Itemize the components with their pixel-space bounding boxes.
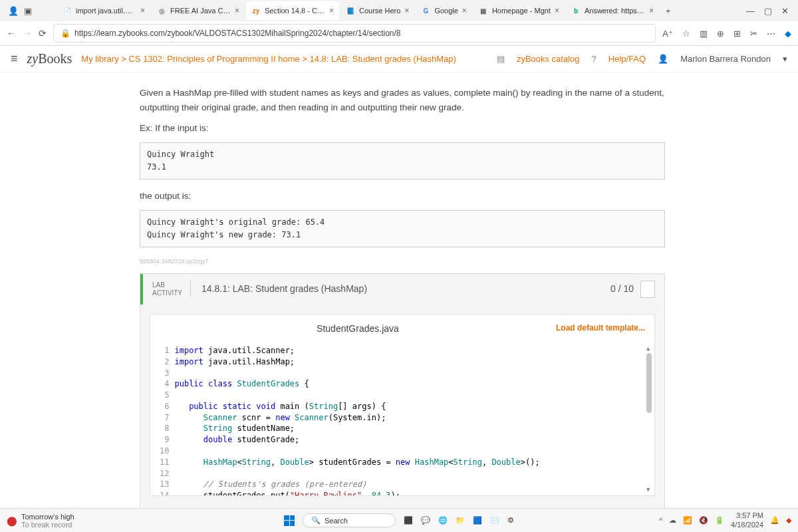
minimize-icon[interactable]: — (746, 6, 755, 16)
lab-score: 0 / 10 (610, 281, 655, 298)
lab-title: 14.8.1: LAB: Student grades (HashMap) (201, 281, 367, 296)
problem-para1: Given a HashMap pre-filled with student … (140, 86, 665, 114)
workspaces-icon[interactable]: ▣ (24, 6, 32, 16)
back-button[interactable]: ← (7, 28, 16, 39)
close-window-icon[interactable]: ✕ (781, 6, 789, 16)
notifications-icon[interactable]: 🔔 (770, 516, 779, 525)
tab-2[interactable]: ◎FREE AI Java Code× (152, 1, 245, 20)
tab-1[interactable]: 📄import java.util.Scan× (57, 1, 150, 20)
tab-6[interactable]: ▦Homepage - Mgnt× (473, 1, 565, 20)
help-icon: ? (592, 54, 597, 64)
zy-right: ▤ zyBooks catalog ? Help/FAQ 👤 Marlon Ba… (497, 54, 787, 64)
tab-7[interactable]: bAnswered: https://le× (566, 1, 659, 20)
close-icon[interactable]: × (235, 6, 239, 15)
maximize-icon[interactable]: ▢ (764, 6, 772, 16)
tab-4[interactable]: 📘Course Hero× (340, 1, 414, 20)
copilot-icon[interactable]: ◆ (785, 29, 791, 39)
user-name[interactable]: Marlon Barrera Rondon (680, 54, 771, 64)
tab-3-active[interactable]: zySection 14.8 - CS 13× (246, 1, 339, 20)
taskbar-search[interactable]: 🔍 Search (303, 513, 396, 527)
scroll-up-icon[interactable]: ▲ (646, 344, 650, 353)
favicon-b: b (571, 6, 581, 15)
tray-battery-icon[interactable]: 🔋 (715, 516, 724, 525)
favicon-g: G (421, 6, 430, 15)
favicon-zy: zy (251, 6, 261, 15)
tab-title: FREE AI Java Code (170, 7, 231, 15)
split-icon[interactable]: ▥ (700, 29, 708, 39)
help-link[interactable]: Help/FAQ (608, 54, 646, 64)
refresh-button[interactable]: ⟳ (39, 28, 47, 39)
code-text[interactable]: import java.util.Scanner; import java.ut… (174, 342, 654, 495)
favicon-4: 📘 (346, 6, 355, 15)
search-placeholder: Search (325, 517, 348, 525)
copilot-tray-icon[interactable]: ◆ (786, 516, 791, 525)
date-text: 4/18/2024 (731, 521, 763, 529)
menu-icon[interactable]: ≡ (11, 52, 18, 66)
content-id: 555804.3482728.qx3zqy7 (140, 257, 665, 266)
weather-widget[interactable]: ⬤ Tomorrow's high To break record (7, 513, 74, 529)
more-icon[interactable]: ⋯ (767, 29, 775, 39)
catalog-icon: ▤ (497, 54, 505, 64)
editor-head: StudentGrades.java Load default template… (150, 315, 654, 342)
close-icon[interactable]: × (555, 6, 559, 15)
content: Given a HashMap pre-filled with student … (0, 72, 798, 509)
start-button[interactable] (284, 515, 295, 526)
line-gutter: 1234567891011121314151617 (150, 342, 174, 495)
scroll-thumb[interactable] (646, 353, 652, 413)
zy-header: ≡ zyBooks My library > CS 1302: Principl… (0, 46, 798, 72)
tab-bar: 👤 ▣ 📄import java.util.Scan× ◎FREE AI Jav… (0, 0, 798, 21)
close-icon[interactable]: × (649, 6, 654, 15)
task-app-3[interactable]: 🌐 (438, 516, 448, 525)
task-app-1[interactable]: ⬛ (404, 516, 413, 525)
tab-title: Answered: https://le (585, 7, 645, 15)
close-icon[interactable]: × (462, 6, 467, 15)
user-icon: 👤 (658, 54, 668, 64)
weather-line2: To break record (21, 521, 74, 529)
tab-5[interactable]: GGoogle× (416, 1, 472, 20)
lock-icon: 🔒 (61, 29, 70, 38)
collections-icon[interactable]: ⊕ (717, 29, 724, 39)
close-icon[interactable]: × (404, 6, 409, 15)
lab-badge: LAB ACTIVITY (152, 281, 191, 297)
task-app-4[interactable]: 📁 (456, 516, 465, 525)
tray-onedrive-icon[interactable]: ☁ (669, 516, 676, 525)
task-center: 🔍 Search ⬛ 💬 🌐 📁 🟦 ✉️ ⚙ (284, 513, 514, 527)
tab-title: Section 14.8 - CS 13 (265, 7, 325, 15)
task-app-7[interactable]: ⚙ (507, 516, 514, 525)
tab-title: Homepage - Mgnt (492, 7, 551, 15)
profile-icon[interactable]: 👤 (8, 6, 19, 16)
new-tab-button[interactable]: + (660, 6, 676, 16)
favorite-icon[interactable]: ☆ (682, 29, 690, 39)
window-controls: — ▢ ✕ (746, 6, 795, 16)
screenshot-icon[interactable]: ✂ (750, 29, 757, 39)
load-template-link[interactable]: Load default template... (556, 322, 645, 334)
output-example: Quincy Wraight's original grade: 65.4 Qu… (140, 210, 665, 247)
url-text: https://learn.zybooks.com/zybook/VALDOST… (74, 29, 400, 38)
task-app-2[interactable]: 💬 (421, 516, 430, 525)
read-aloud-icon[interactable]: A⁺ (662, 29, 673, 39)
editor-scrollbar[interactable]: ▲ ▼ (646, 345, 653, 493)
task-app-5[interactable]: 🟦 (473, 516, 482, 525)
time-text: 3:57 PM (731, 511, 763, 520)
close-icon[interactable]: × (140, 6, 145, 15)
scroll-down-icon[interactable]: ▼ (646, 485, 650, 494)
tray-chevron-icon[interactable]: ^ (659, 517, 662, 525)
extensions-icon[interactable]: ⊞ (733, 29, 741, 39)
breadcrumb[interactable]: My library > CS 1302: Principles of Prog… (81, 54, 456, 64)
task-app-6[interactable]: ✉️ (490, 516, 499, 525)
forward-button[interactable]: → (23, 28, 32, 39)
zy-logo[interactable]: zyBooks (27, 51, 72, 66)
tab-title: Course Hero (359, 7, 400, 15)
score-box (640, 281, 655, 298)
task-right: ^ ☁ 📶 🔇 🔋 3:57 PM 4/18/2024 🔔 ◆ (659, 511, 791, 529)
tray-volume-icon[interactable]: 🔇 (699, 516, 708, 525)
tray-wifi-icon[interactable]: 📶 (683, 516, 692, 525)
catalog-link[interactable]: zyBooks catalog (517, 54, 580, 64)
lab-badge-2: ACTIVITY (152, 289, 182, 297)
chevron-down-icon[interactable]: ▾ (783, 54, 787, 64)
close-icon[interactable]: × (329, 6, 334, 15)
code-editor[interactable]: 1234567891011121314151617 import java.ut… (150, 342, 654, 495)
clock[interactable]: 3:57 PM 4/18/2024 (731, 511, 763, 529)
url-box[interactable]: 🔒 https://learn.zybooks.com/zybook/VALDO… (53, 24, 656, 43)
browser-chrome: 👤 ▣ 📄import java.util.Scan× ◎FREE AI Jav… (0, 0, 798, 46)
